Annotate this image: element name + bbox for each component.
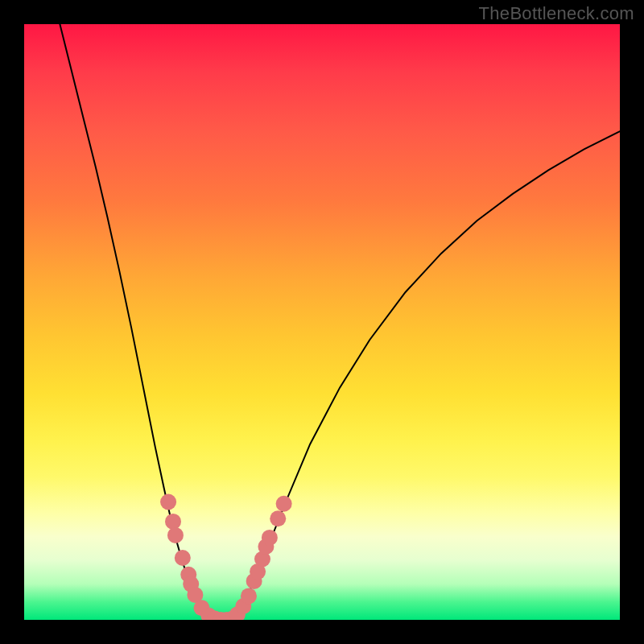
bottleneck-curve [60,24,620,620]
curve-group [60,24,620,620]
curve-layer [24,24,620,620]
data-marker [262,530,278,546]
plot-area [24,24,620,620]
marker-group [160,493,292,620]
watermark-text: TheBottleneck.com [479,3,634,24]
data-marker [165,514,181,530]
chart-frame: TheBottleneck.com [0,0,644,644]
data-marker [175,550,191,566]
data-marker [241,588,257,604]
data-marker [270,510,286,526]
data-marker [167,527,184,543]
data-marker [276,496,292,512]
data-marker [160,493,176,510]
